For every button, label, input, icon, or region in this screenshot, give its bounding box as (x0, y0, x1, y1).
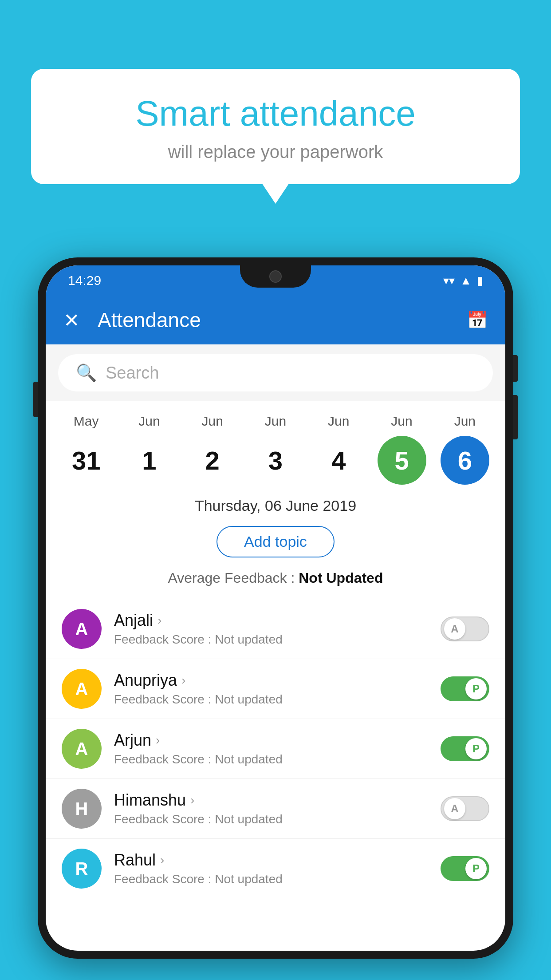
student-avatar: A (62, 729, 102, 769)
attendance-toggle[interactable]: P (441, 736, 489, 761)
calendar-day[interactable]: Jun1 (122, 414, 176, 485)
battery-icon: ▮ (477, 274, 483, 288)
student-info: Rahul ›Feedback Score : Not updated (114, 851, 428, 886)
calendar-day[interactable]: Jun3 (249, 414, 302, 485)
phone-button-left (33, 382, 38, 417)
student-feedback: Feedback Score : Not updated (114, 632, 428, 647)
search-icon: 🔍 (76, 363, 97, 383)
app-title: Attendance (98, 308, 467, 332)
bubble-title: Smart attendance (58, 93, 493, 134)
student-feedback: Feedback Score : Not updated (114, 692, 428, 707)
student-name: Rahul › (114, 851, 428, 869)
bubble-subtitle: will replace your paperwork (58, 142, 493, 162)
speech-bubble-container: Smart attendance will replace your paper… (31, 69, 520, 184)
search-placeholder: Search (106, 364, 159, 383)
calendar-date[interactable]: 6 (441, 436, 489, 485)
student-feedback: Feedback Score : Not updated (114, 812, 428, 826)
student-list-item[interactable]: RRahul ›Feedback Score : Not updatedP (46, 838, 505, 898)
calendar-day[interactable]: May31 (59, 414, 113, 485)
calendar-month: Jun (391, 414, 412, 429)
student-list-item[interactable]: HHimanshu ›Feedback Score : Not updatedA (46, 778, 505, 838)
status-icons: ▾▾ ▲ ▮ (443, 274, 483, 288)
calendar-date[interactable]: 1 (125, 436, 173, 485)
student-info: Himanshu ›Feedback Score : Not updated (114, 791, 428, 826)
attendance-toggle[interactable]: P (441, 856, 489, 881)
wifi-icon: ▾▾ (443, 274, 455, 288)
student-avatar: A (62, 669, 102, 709)
calendar-date[interactable]: 5 (378, 436, 426, 485)
calendar-date[interactable]: 31 (62, 436, 110, 485)
calendar-month: Jun (265, 414, 286, 429)
status-time: 14:29 (68, 273, 101, 288)
chevron-right-icon: › (181, 673, 185, 688)
attendance-toggle[interactable]: A (441, 796, 489, 821)
phone-screen: 14:29 ▾▾ ▲ ▮ ✕ Attendance 📅 🔍 Search (46, 265, 505, 951)
phone-button-right1 (513, 355, 518, 382)
student-list-item[interactable]: AAnupriya ›Feedback Score : Not updatedP (46, 659, 505, 719)
add-topic-button[interactable]: Add topic (216, 526, 335, 557)
calendar-day[interactable]: Jun2 (186, 414, 239, 485)
student-feedback: Feedback Score : Not updated (114, 872, 428, 886)
avg-feedback-value: Not Updated (299, 570, 383, 586)
student-list: AAnjali ›Feedback Score : Not updatedAAA… (46, 599, 505, 898)
close-button[interactable]: ✕ (63, 309, 80, 332)
calendar-month: Jun (202, 414, 223, 429)
calendar-date[interactable]: 2 (188, 436, 237, 485)
chevron-right-icon: › (190, 793, 194, 807)
calendar-month: Jun (138, 414, 160, 429)
signal-icon: ▲ (460, 274, 472, 288)
calendar-day[interactable]: Jun4 (312, 414, 365, 485)
phone-button-right2 (513, 395, 518, 439)
calendar-date[interactable]: 4 (314, 436, 363, 485)
student-avatar: H (62, 789, 102, 829)
student-info: Arjun ›Feedback Score : Not updated (114, 731, 428, 767)
app-bar: ✕ Attendance 📅 (46, 296, 505, 344)
add-topic-container: Add topic (46, 522, 505, 566)
chevron-right-icon: › (156, 733, 160, 747)
student-name: Arjun › (114, 731, 428, 750)
calendar-month: Jun (328, 414, 349, 429)
phone-frame: 14:29 ▾▾ ▲ ▮ ✕ Attendance 📅 🔍 Search (38, 257, 513, 980)
student-list-item[interactable]: AAnjali ›Feedback Score : Not updatedA (46, 599, 505, 659)
search-bar[interactable]: 🔍 Search (58, 354, 493, 391)
student-name: Himanshu › (114, 791, 428, 810)
calendar-day[interactable]: Jun6 (438, 414, 492, 485)
chevron-right-icon: › (157, 613, 161, 628)
calendar-day[interactable]: Jun5 (375, 414, 429, 485)
student-name: Anjali › (114, 611, 428, 630)
student-info: Anupriya ›Feedback Score : Not updated (114, 671, 428, 707)
phone-outer: 14:29 ▾▾ ▲ ▮ ✕ Attendance 📅 🔍 Search (38, 257, 513, 959)
calendar-date[interactable]: 3 (251, 436, 300, 485)
speech-bubble: Smart attendance will replace your paper… (31, 69, 520, 184)
search-bar-container: 🔍 Search (46, 344, 505, 401)
calendar-month: May (74, 414, 99, 429)
student-feedback: Feedback Score : Not updated (114, 752, 428, 767)
attendance-toggle[interactable]: A (441, 616, 489, 641)
student-avatar: R (62, 849, 102, 889)
student-avatar: A (62, 609, 102, 649)
phone-camera (269, 270, 282, 283)
student-name: Anupriya › (114, 671, 428, 690)
selected-date: Thursday, 06 June 2019 (46, 485, 505, 522)
average-feedback: Average Feedback : Not Updated (46, 566, 505, 599)
phone-notch (240, 265, 311, 288)
calendar-strip: May31Jun1Jun2Jun3Jun4Jun5Jun6 (46, 401, 505, 485)
student-list-item[interactable]: AArjun ›Feedback Score : Not updatedP (46, 719, 505, 778)
calendar-month: Jun (454, 414, 476, 429)
chevron-right-icon: › (160, 853, 164, 867)
calendar-icon[interactable]: 📅 (467, 310, 488, 330)
avg-feedback-label: Average Feedback : (168, 570, 299, 586)
student-info: Anjali ›Feedback Score : Not updated (114, 611, 428, 647)
attendance-toggle[interactable]: P (441, 676, 489, 701)
